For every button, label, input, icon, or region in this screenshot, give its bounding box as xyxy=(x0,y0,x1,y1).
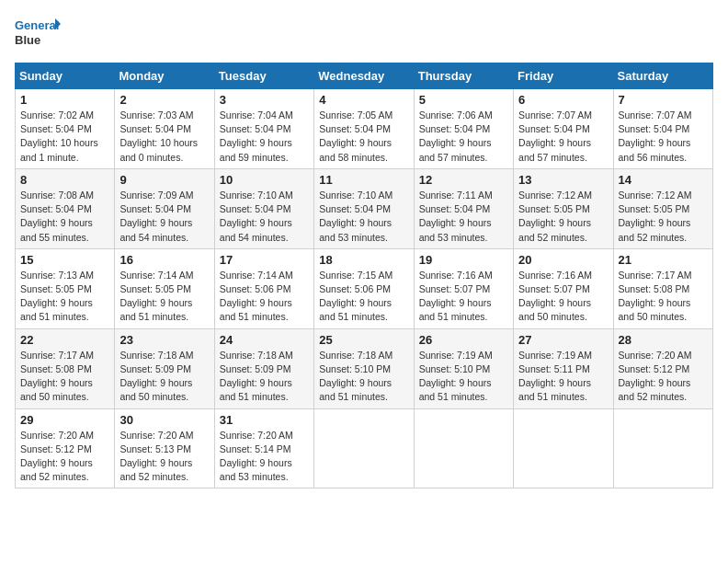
day-number: 28 xyxy=(619,333,708,347)
day-detail: Sunrise: 7:15 AM Sunset: 5:06 PM Dayligh… xyxy=(319,269,408,325)
day-number: 20 xyxy=(518,253,608,267)
day-number: 11 xyxy=(319,173,408,187)
day-number: 14 xyxy=(619,173,708,187)
day-number: 22 xyxy=(20,333,109,347)
day-detail: Sunrise: 7:07 AM Sunset: 5:04 PM Dayligh… xyxy=(619,109,708,165)
calendar-cell xyxy=(414,408,513,488)
page-header: General Blue xyxy=(15,15,713,52)
day-detail: Sunrise: 7:14 AM Sunset: 5:06 PM Dayligh… xyxy=(220,269,309,325)
calendar-cell: 25Sunrise: 7:18 AM Sunset: 5:10 PM Dayli… xyxy=(314,328,414,408)
day-number: 4 xyxy=(319,93,408,107)
calendar-cell: 27Sunrise: 7:19 AM Sunset: 5:11 PM Dayli… xyxy=(514,328,613,408)
day-detail: Sunrise: 7:13 AM Sunset: 5:05 PM Dayligh… xyxy=(20,269,109,325)
day-detail: Sunrise: 7:20 AM Sunset: 5:14 PM Dayligh… xyxy=(220,429,309,485)
day-number: 19 xyxy=(419,253,508,267)
calendar-cell: 7Sunrise: 7:07 AM Sunset: 5:04 PM Daylig… xyxy=(613,89,712,169)
calendar-cell: 10Sunrise: 7:10 AM Sunset: 5:04 PM Dayli… xyxy=(214,168,313,248)
calendar-cell: 29Sunrise: 7:20 AM Sunset: 5:12 PM Dayli… xyxy=(16,408,115,488)
calendar-cell: 28Sunrise: 7:20 AM Sunset: 5:12 PM Dayli… xyxy=(613,328,712,408)
weekday-header-sunday: Sunday xyxy=(16,63,115,89)
weekday-header-friday: Friday xyxy=(514,63,613,89)
calendar-cell: 2Sunrise: 7:03 AM Sunset: 5:04 PM Daylig… xyxy=(115,89,214,169)
calendar-cell: 5Sunrise: 7:06 AM Sunset: 5:04 PM Daylig… xyxy=(414,89,513,169)
calendar-cell: 26Sunrise: 7:19 AM Sunset: 5:10 PM Dayli… xyxy=(414,328,513,408)
calendar-cell: 15Sunrise: 7:13 AM Sunset: 5:05 PM Dayli… xyxy=(16,248,115,328)
calendar-cell: 30Sunrise: 7:20 AM Sunset: 5:13 PM Dayli… xyxy=(115,408,214,488)
day-number: 26 xyxy=(419,333,508,347)
day-number: 15 xyxy=(20,253,109,267)
day-detail: Sunrise: 7:20 AM Sunset: 5:13 PM Dayligh… xyxy=(119,429,209,485)
day-detail: Sunrise: 7:12 AM Sunset: 5:05 PM Dayligh… xyxy=(619,189,708,245)
calendar-cell: 13Sunrise: 7:12 AM Sunset: 5:05 PM Dayli… xyxy=(514,168,613,248)
calendar-cell: 23Sunrise: 7:18 AM Sunset: 5:09 PM Dayli… xyxy=(115,328,214,408)
day-number: 29 xyxy=(20,413,109,427)
day-number: 16 xyxy=(119,253,209,267)
day-detail: Sunrise: 7:03 AM Sunset: 5:04 PM Dayligh… xyxy=(119,109,209,165)
day-number: 5 xyxy=(419,93,508,107)
day-detail: Sunrise: 7:10 AM Sunset: 5:04 PM Dayligh… xyxy=(319,189,408,245)
calendar-cell: 22Sunrise: 7:17 AM Sunset: 5:08 PM Dayli… xyxy=(16,328,115,408)
day-detail: Sunrise: 7:18 AM Sunset: 5:09 PM Dayligh… xyxy=(220,349,309,405)
day-detail: Sunrise: 7:06 AM Sunset: 5:04 PM Dayligh… xyxy=(419,109,508,165)
day-number: 27 xyxy=(518,333,608,347)
day-number: 25 xyxy=(319,333,408,347)
day-number: 23 xyxy=(119,333,209,347)
day-number: 10 xyxy=(220,173,309,187)
calendar-cell: 20Sunrise: 7:16 AM Sunset: 5:07 PM Dayli… xyxy=(514,248,613,328)
day-number: 21 xyxy=(619,253,708,267)
day-number: 17 xyxy=(220,253,309,267)
day-detail: Sunrise: 7:17 AM Sunset: 5:08 PM Dayligh… xyxy=(20,349,109,405)
calendar-cell: 16Sunrise: 7:14 AM Sunset: 5:05 PM Dayli… xyxy=(115,248,214,328)
day-number: 6 xyxy=(518,93,608,107)
day-number: 7 xyxy=(619,93,708,107)
calendar-cell xyxy=(514,408,613,488)
day-number: 8 xyxy=(20,173,109,187)
day-number: 24 xyxy=(220,333,309,347)
calendar-cell: 4Sunrise: 7:05 AM Sunset: 5:04 PM Daylig… xyxy=(314,89,414,169)
calendar-table: SundayMondayTuesdayWednesdayThursdayFrid… xyxy=(15,63,713,488)
svg-text:Blue: Blue xyxy=(15,33,40,47)
day-detail: Sunrise: 7:19 AM Sunset: 5:11 PM Dayligh… xyxy=(518,349,608,405)
calendar-cell: 8Sunrise: 7:08 AM Sunset: 5:04 PM Daylig… xyxy=(16,168,115,248)
day-number: 31 xyxy=(220,413,309,427)
day-detail: Sunrise: 7:07 AM Sunset: 5:04 PM Dayligh… xyxy=(518,109,608,165)
calendar-cell: 24Sunrise: 7:18 AM Sunset: 5:09 PM Dayli… xyxy=(214,328,313,408)
day-detail: Sunrise: 7:16 AM Sunset: 5:07 PM Dayligh… xyxy=(419,269,508,325)
calendar-cell: 14Sunrise: 7:12 AM Sunset: 5:05 PM Dayli… xyxy=(613,168,712,248)
day-number: 13 xyxy=(518,173,608,187)
calendar-cell: 12Sunrise: 7:11 AM Sunset: 5:04 PM Dayli… xyxy=(414,168,513,248)
day-detail: Sunrise: 7:05 AM Sunset: 5:04 PM Dayligh… xyxy=(319,109,408,165)
weekday-header-thursday: Thursday xyxy=(414,63,513,89)
day-number: 3 xyxy=(220,93,309,107)
calendar-cell xyxy=(314,408,414,488)
calendar-cell: 17Sunrise: 7:14 AM Sunset: 5:06 PM Dayli… xyxy=(214,248,313,328)
day-detail: Sunrise: 7:02 AM Sunset: 5:04 PM Dayligh… xyxy=(20,109,109,165)
logo-svg: General Blue xyxy=(15,15,61,52)
day-detail: Sunrise: 7:04 AM Sunset: 5:04 PM Dayligh… xyxy=(220,109,309,165)
day-detail: Sunrise: 7:14 AM Sunset: 5:05 PM Dayligh… xyxy=(119,269,209,325)
calendar-cell xyxy=(613,408,712,488)
weekday-header-monday: Monday xyxy=(115,63,214,89)
day-detail: Sunrise: 7:19 AM Sunset: 5:10 PM Dayligh… xyxy=(419,349,508,405)
weekday-header-saturday: Saturday xyxy=(613,63,712,89)
day-detail: Sunrise: 7:18 AM Sunset: 5:10 PM Dayligh… xyxy=(319,349,408,405)
day-number: 9 xyxy=(119,173,209,187)
day-detail: Sunrise: 7:12 AM Sunset: 5:05 PM Dayligh… xyxy=(518,189,608,245)
weekday-header-tuesday: Tuesday xyxy=(214,63,313,89)
calendar-cell: 6Sunrise: 7:07 AM Sunset: 5:04 PM Daylig… xyxy=(514,89,613,169)
calendar-cell: 3Sunrise: 7:04 AM Sunset: 5:04 PM Daylig… xyxy=(214,89,313,169)
day-detail: Sunrise: 7:20 AM Sunset: 5:12 PM Dayligh… xyxy=(20,429,109,485)
calendar-cell: 1Sunrise: 7:02 AM Sunset: 5:04 PM Daylig… xyxy=(16,89,115,169)
day-detail: Sunrise: 7:20 AM Sunset: 5:12 PM Dayligh… xyxy=(619,349,708,405)
day-detail: Sunrise: 7:17 AM Sunset: 5:08 PM Dayligh… xyxy=(619,269,708,325)
weekday-header-wednesday: Wednesday xyxy=(314,63,414,89)
logo: General Blue xyxy=(15,15,61,52)
calendar-cell: 9Sunrise: 7:09 AM Sunset: 5:04 PM Daylig… xyxy=(115,168,214,248)
calendar-cell: 19Sunrise: 7:16 AM Sunset: 5:07 PM Dayli… xyxy=(414,248,513,328)
day-detail: Sunrise: 7:18 AM Sunset: 5:09 PM Dayligh… xyxy=(119,349,209,405)
day-number: 30 xyxy=(119,413,209,427)
day-number: 12 xyxy=(419,173,508,187)
day-detail: Sunrise: 7:08 AM Sunset: 5:04 PM Dayligh… xyxy=(20,189,109,245)
day-number: 18 xyxy=(319,253,408,267)
calendar-cell: 31Sunrise: 7:20 AM Sunset: 5:14 PM Dayli… xyxy=(214,408,313,488)
